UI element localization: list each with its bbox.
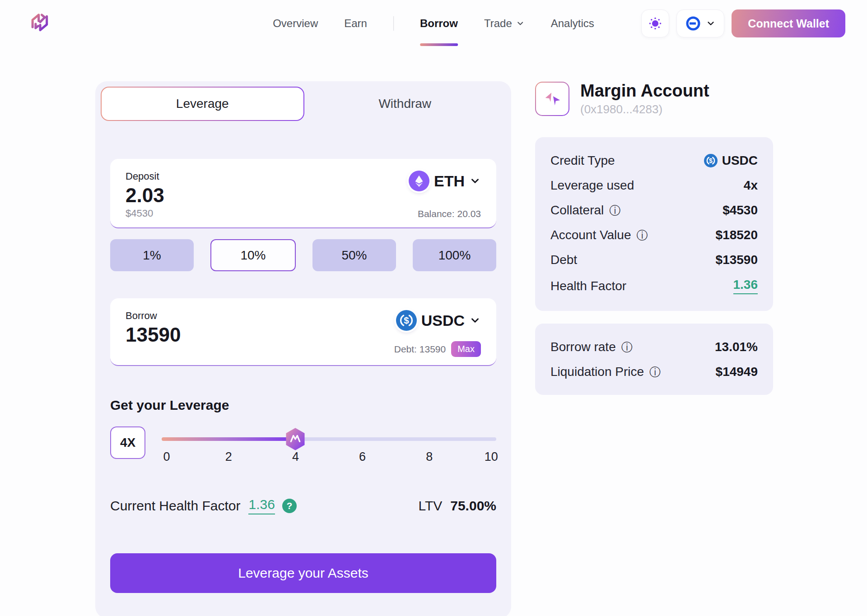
health-factor-panel-value: 1.36 — [733, 278, 758, 294]
svg-text:$: $ — [709, 157, 713, 164]
info-icon[interactable]: ⓘ — [621, 342, 633, 353]
slider-thumb[interactable] — [284, 427, 307, 451]
borrow-right: $ USDC Debt: 13590 Max — [394, 310, 481, 357]
borrow-debt-row: Debt: 13590 Max — [394, 341, 481, 357]
borrow-amount-input[interactable] — [126, 324, 270, 346]
deposit-token-selector[interactable]: ETH — [409, 171, 481, 191]
account-stats-panel: Credit Type $ USDC Leverage used 4x — [535, 137, 773, 311]
leverage-assets-button[interactable]: Leverage your Assets — [110, 553, 496, 593]
percent-button-50[interactable]: 50% — [312, 239, 396, 271]
leverage-used-value: 4x — [744, 178, 758, 193]
usdc-icon: $ — [704, 154, 718, 167]
leverage-slider-row: 4X 0 2 4 6 8 10 — [110, 426, 496, 467]
margin-account-header: Margin Account (0x1980...4283) — [535, 81, 773, 116]
collateral-value: $4530 — [722, 203, 758, 218]
nav-item-trade[interactable]: Trade — [484, 17, 525, 30]
percent-row: 1% 10% 50% 100% — [110, 239, 496, 271]
theme-toggle-button[interactable] — [641, 9, 669, 37]
debt-value: $13590 — [716, 253, 758, 267]
health-row: Current Health Factor 1.36 ? LTV 75.00% — [110, 497, 496, 514]
nav-item-earn[interactable]: Earn — [344, 17, 367, 30]
network-icon — [685, 15, 701, 32]
slider-track[interactable] — [162, 437, 496, 441]
network-selector-button[interactable] — [676, 9, 724, 37]
stat-row-account-value: Account Valueⓘ $18520 — [550, 228, 758, 242]
stat-row-liquidation-price: Liquidation Priceⓘ $14949 — [550, 365, 758, 379]
borrow-panel: Leverage Withdraw Deposit $4530 — [95, 81, 511, 616]
stat-row-borrow-rate: Borrow rateⓘ 13.01% — [550, 340, 758, 354]
nav-divider — [393, 16, 394, 31]
margin-account-icon-box — [535, 82, 569, 116]
margin-account-title: Margin Account — [580, 81, 709, 101]
deposit-left: Deposit $4530 — [126, 171, 270, 219]
help-icon[interactable]: ? — [282, 499, 297, 513]
app-logo[interactable] — [28, 11, 52, 36]
ltv-value: 75.00% — [450, 498, 496, 514]
chevron-down-icon — [706, 19, 716, 28]
active-tab-underline — [420, 43, 458, 46]
percent-button-1[interactable]: 1% — [110, 239, 194, 271]
borrow-box: Borrow $ USDC — [110, 298, 496, 366]
percent-button-10[interactable]: 10% — [210, 239, 296, 271]
leverage-value-box[interactable]: 4X — [110, 426, 145, 459]
top-nav-bar: Overview Earn Borrow Trade Analytics — [0, 0, 867, 47]
rates-panel: Borrow rateⓘ 13.01% Liquidation Priceⓘ $… — [535, 324, 773, 395]
nav-item-analytics[interactable]: Analytics — [551, 17, 594, 30]
margin-account-address: (0x1980...4283) — [580, 102, 709, 116]
info-icon[interactable]: ⓘ — [637, 230, 648, 241]
borrow-label: Borrow — [126, 310, 270, 322]
leverage-title: Get your Leverage — [110, 398, 496, 413]
liquidation-price-value: $14949 — [716, 365, 758, 379]
deposit-balance: Balance: 20.03 — [418, 208, 481, 219]
health-factor-value: 1.36 — [248, 497, 275, 514]
tab-leverage[interactable]: Leverage — [101, 87, 304, 121]
deposit-right: ETH Balance: 20.03 — [409, 171, 481, 219]
health-factor-label: Current Health Factor — [110, 498, 240, 514]
stat-row-credit-type: Credit Type $ USDC — [550, 153, 758, 168]
stat-row-debt: Debt $13590 — [550, 253, 758, 267]
chevron-down-icon — [516, 19, 525, 28]
debt-label: Debt: 13590 — [394, 344, 446, 355]
max-button[interactable]: Max — [451, 341, 481, 357]
borrow-token-selector[interactable]: $ USDC — [396, 310, 481, 331]
usdc-icon: $ — [396, 310, 417, 331]
sun-icon — [648, 16, 662, 31]
borrow-token-name: USDC — [421, 312, 465, 329]
deposit-usd-value: $4530 — [126, 208, 270, 219]
chevron-down-icon — [469, 315, 481, 326]
deposit-token-name: ETH — [434, 172, 465, 190]
margin-account-titles: Margin Account (0x1980...4283) — [580, 81, 709, 116]
margin-account-panel: Margin Account (0x1980...4283) Credit Ty… — [535, 81, 773, 395]
header-actions: Connect Wallet — [641, 9, 845, 37]
deposit-box: Deposit $4530 ETH Ba — [110, 159, 496, 228]
connect-wallet-button[interactable]: Connect Wallet — [732, 9, 845, 37]
ltv-label: LTV — [418, 498, 442, 514]
svg-text:$: $ — [404, 315, 409, 325]
deposit-label: Deposit — [126, 171, 270, 182]
deposit-amount-input[interactable] — [126, 184, 270, 207]
chevron-down-icon — [469, 175, 481, 187]
percent-button-100[interactable]: 100% — [413, 239, 496, 271]
slider-track-fill — [162, 437, 295, 441]
arrows-icon — [542, 88, 563, 109]
nav-item-borrow[interactable]: Borrow — [420, 17, 458, 30]
stat-row-health-factor: Health Factor 1.36 — [550, 278, 758, 294]
stat-row-leverage-used: Leverage used 4x — [550, 178, 758, 193]
stat-row-collateral: Collateralⓘ $4530 — [550, 203, 758, 218]
info-icon[interactable]: ⓘ — [609, 205, 620, 216]
leverage-slider: 0 2 4 6 8 10 — [162, 426, 496, 467]
credit-type-value: USDC — [722, 153, 758, 168]
tab-withdraw[interactable]: Withdraw — [304, 87, 506, 121]
borrow-rate-value: 13.01% — [715, 340, 758, 354]
eth-icon — [409, 171, 429, 191]
main-nav: Overview Earn Borrow Trade Analytics — [273, 0, 594, 47]
info-icon[interactable]: ⓘ — [649, 366, 661, 378]
borrow-left: Borrow — [126, 310, 270, 357]
account-value: $18520 — [716, 228, 758, 242]
nav-item-overview[interactable]: Overview — [273, 17, 318, 30]
panel-tabs: Leverage Withdraw — [101, 87, 506, 121]
